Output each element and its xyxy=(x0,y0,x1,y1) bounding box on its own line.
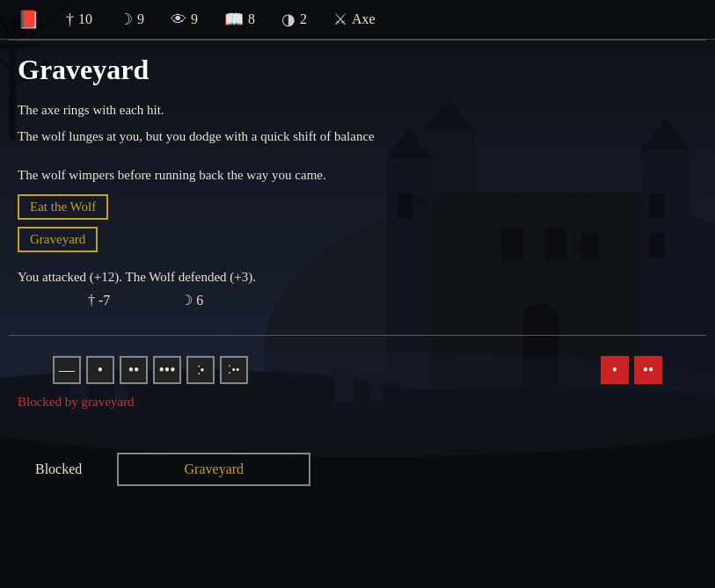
stat-eye: 👁 9 xyxy=(171,11,198,29)
graveyard-button[interactable]: Graveyard xyxy=(18,227,98,252)
red-book-icon: 📕 xyxy=(18,9,40,30)
narrative-line-1: The axe rings with each hit. xyxy=(18,99,697,120)
enemy-dice-group: • •• xyxy=(601,356,662,384)
enemy-die-1[interactable]: • xyxy=(601,356,629,384)
choice-graveyard[interactable]: Graveyard xyxy=(18,227,697,259)
axe-icon: ⚔ xyxy=(333,10,347,29)
die-6[interactable]: ⁚•• xyxy=(220,356,248,384)
location-title: Graveyard xyxy=(18,54,697,86)
blocked-message: Blocked by graveyard xyxy=(0,391,715,413)
choices-container: Eat the Wolf Graveyard xyxy=(18,194,697,259)
die-5[interactable]: ⁚• xyxy=(186,356,215,384)
graveyard-destination-box[interactable]: Graveyard xyxy=(117,453,310,486)
stat-moon: ☽ 9 xyxy=(119,10,144,29)
main-content: Graveyard The axe rings with each hit. T… xyxy=(0,40,715,322)
combat-cross-stat: † -7 xyxy=(88,293,110,309)
eye-icon: 👁 xyxy=(171,11,186,29)
stat-coin: ◑ 2 xyxy=(281,10,307,29)
dice-area: — • •• ••• ⁚• ⁚•• • •• xyxy=(0,349,715,391)
bottom-section: Blocked Graveyard xyxy=(0,439,715,499)
axe-value: Axe xyxy=(352,11,376,27)
die-3[interactable]: •• xyxy=(120,356,148,384)
narrative-line-2: The wolf lunges at you, but you dodge wi… xyxy=(18,126,697,147)
choice-eat-wolf[interactable]: Eat the Wolf xyxy=(18,194,697,227)
coin-value: 2 xyxy=(300,11,307,27)
stat-book: 📖 8 xyxy=(224,10,255,29)
moon-value: 9 xyxy=(137,11,144,27)
combat-moon-value: 6 xyxy=(196,293,203,309)
blocked-label: Blocked xyxy=(35,461,82,477)
eye-value: 9 xyxy=(191,11,198,27)
eat-wolf-button[interactable]: Eat the Wolf xyxy=(18,194,108,220)
moon-icon: ☽ xyxy=(119,10,133,29)
cross-value: 10 xyxy=(78,11,92,27)
book-value: 8 xyxy=(248,11,255,27)
coin-icon: ◑ xyxy=(281,10,295,29)
combat-cross-value: -7 xyxy=(98,293,110,309)
stats-bar: 📕 † 10 ☽ 9 👁 9 📖 8 ◑ 2 ⚔ Axe xyxy=(0,0,715,40)
enemy-die-2[interactable]: •• xyxy=(634,356,662,384)
book-icon: 📖 xyxy=(224,10,244,29)
combat-result-text: You attacked (+12). The Wolf defended (+… xyxy=(18,270,697,285)
stat-cross: † 10 xyxy=(66,11,92,29)
combat-moon-stat: ☽ 6 xyxy=(180,292,203,309)
die-4[interactable]: ••• xyxy=(153,356,181,384)
stat-book-icon: 📕 xyxy=(18,9,40,30)
narrative-line-3: The wolf wimpers before running back the… xyxy=(18,164,697,185)
combat-moon-icon: ☽ xyxy=(180,292,193,309)
die-2[interactable]: • xyxy=(86,356,114,384)
middle-divider xyxy=(9,335,706,336)
die-1[interactable]: — xyxy=(53,356,81,384)
combat-stats-row: † -7 ☽ 6 xyxy=(88,292,697,309)
cross-icon: † xyxy=(66,11,74,29)
combat-cross-icon: † xyxy=(88,293,95,309)
player-dice-group: — • •• ••• ⁚• ⁚•• xyxy=(53,356,248,384)
stat-axe: ⚔ Axe xyxy=(333,10,376,29)
